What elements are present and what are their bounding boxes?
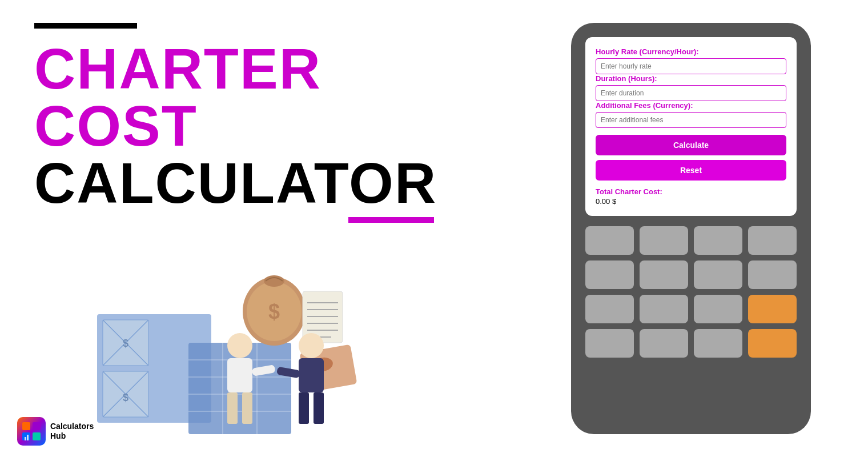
key-2[interactable]: [640, 226, 688, 255]
brand-icon-svg: [21, 421, 42, 442]
svg-rect-44: [33, 432, 41, 440]
calculator-screen: Hourly Rate (Currency/Hour): Duration (H…: [585, 37, 797, 216]
brand-logo: Calculators Hub: [17, 417, 94, 446]
duration-input[interactable]: [596, 85, 786, 101]
svg-rect-42: [33, 422, 41, 430]
duration-field: Duration (Hours):: [596, 74, 786, 101]
duration-label: Duration (Hours):: [596, 74, 786, 83]
svg-rect-32: [227, 358, 252, 392]
key-7[interactable]: [694, 260, 742, 289]
brand-text: Calculators Hub: [50, 422, 94, 441]
key-orange-2[interactable]: [748, 329, 797, 358]
brand-sub: Hub: [50, 431, 94, 441]
left-section: CHARTER COST CALCULATOR $ $: [0, 0, 514, 457]
brand-name: Calculators: [50, 422, 94, 431]
svg-point-36: [299, 333, 324, 358]
key-10[interactable]: [640, 295, 688, 323]
key-orange-1[interactable]: [748, 295, 797, 323]
svg-point-31: [227, 333, 252, 358]
key-3[interactable]: [694, 226, 742, 255]
hourly-rate-label: Hourly Rate (Currency/Hour):: [596, 47, 786, 56]
additional-fees-label: Additional Fees (Currency):: [596, 101, 786, 110]
svg-rect-46: [27, 435, 29, 440]
title-line1: CHARTER COST: [34, 40, 480, 154]
additional-fees-field: Additional Fees (Currency):: [596, 101, 786, 128]
reset-button[interactable]: Reset: [596, 160, 786, 181]
key-1[interactable]: [585, 226, 634, 255]
key-4[interactable]: [748, 226, 797, 255]
brand-icon: [17, 417, 46, 446]
svg-rect-37: [299, 358, 324, 392]
additional-fees-input[interactable]: [596, 112, 786, 128]
svg-text:$: $: [123, 392, 128, 403]
title-line2: CALCULATOR: [34, 154, 480, 211]
svg-rect-38: [299, 392, 309, 424]
calculate-button[interactable]: Calculate: [596, 135, 786, 155]
svg-text:$: $: [268, 300, 280, 323]
key-11[interactable]: [694, 295, 742, 323]
svg-rect-33: [227, 392, 238, 424]
scene-illustration: $ $ $: [86, 257, 360, 440]
svg-text:$: $: [123, 338, 128, 349]
title-calculator: CALCULATOR: [34, 151, 437, 215]
total-charter-cost-label: Total Charter Cost:: [596, 187, 786, 196]
total-charter-cost-value: 0.00 $: [596, 197, 786, 206]
key-14[interactable]: [694, 329, 742, 358]
calculator-device: Hourly Rate (Currency/Hour): Duration (H…: [571, 23, 811, 434]
black-bar-decoration: [34, 23, 137, 29]
purple-bar-decoration: [348, 217, 434, 223]
key-12[interactable]: [585, 329, 634, 358]
key-8[interactable]: [748, 260, 797, 289]
svg-rect-45: [25, 437, 26, 440]
title-charter: CHARTER COST: [34, 37, 322, 158]
hourly-rate-input[interactable]: [596, 58, 786, 74]
right-section: Hourly Rate (Currency/Hour): Duration (H…: [514, 0, 868, 457]
key-13[interactable]: [640, 329, 688, 358]
hourly-rate-field: Hourly Rate (Currency/Hour):: [596, 47, 786, 74]
keypad: [585, 226, 797, 358]
key-6[interactable]: [640, 260, 688, 289]
svg-rect-39: [314, 392, 324, 424]
svg-rect-34: [242, 392, 252, 424]
svg-rect-41: [22, 422, 30, 430]
illustration-area: $ $ $: [86, 257, 360, 440]
key-9[interactable]: [585, 295, 634, 323]
key-5[interactable]: [585, 260, 634, 289]
